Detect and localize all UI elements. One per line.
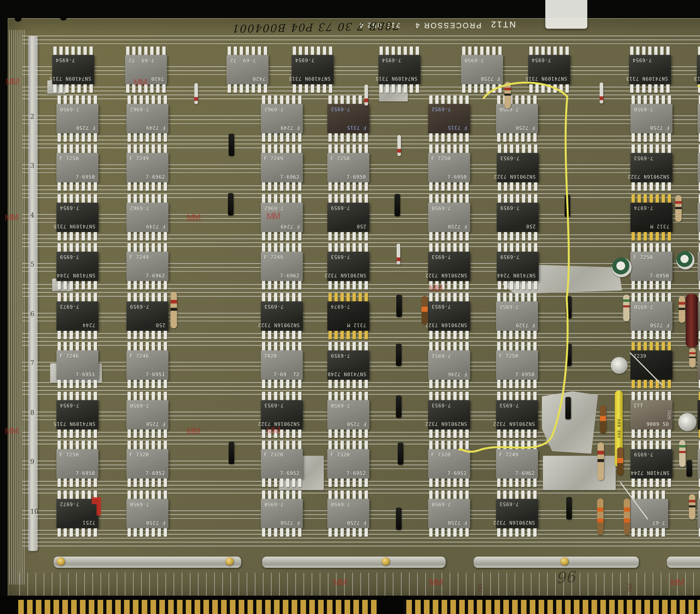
ic-label: F 72507-6950 — [633, 303, 671, 329]
diode — [228, 193, 234, 216]
ic-label: 7312 M7-6974 — [329, 303, 367, 329]
ic-chip: F 72497-6962 — [261, 145, 303, 191]
ic-pins-top — [127, 96, 167, 104]
ic-pins-bottom — [127, 479, 167, 487]
ic-body: 2507-6959 — [126, 302, 168, 331]
ic-pins-bottom — [429, 528, 469, 537]
ic-pins-top — [58, 342, 97, 351]
ic-label: F 72497-6962 — [128, 253, 166, 280]
ic-label: F 72497-6962 — [498, 451, 536, 477]
ic-pins-top — [498, 145, 538, 153]
ic-pins-top — [58, 490, 97, 499]
ic-pins-bottom — [262, 331, 302, 339]
ic-pins-top — [429, 96, 469, 104]
ic-label: SN74109N 73157-6954 — [58, 402, 97, 428]
ic-body: SN29016N 73227-6953 — [327, 252, 369, 281]
ic-marking-line1: 7251 — [83, 520, 95, 526]
ic-chip: 72517-6972 — [57, 490, 98, 537]
ic-pins-bottom — [127, 430, 167, 438]
ic-body: F 72497-6962 — [126, 153, 168, 182]
ic-pins-bottom — [429, 479, 469, 487]
ic-label: F 72497-6962 — [263, 105, 301, 132]
ic-marking-line2: 7-6954 — [60, 403, 79, 408]
ic-label: SN74109N 73137-6954 — [699, 56, 700, 83]
ic-pins-bottom — [262, 528, 302, 537]
ic-chip: F 72507-6950 — [327, 145, 369, 191]
ic-marking-line1: F 7320 — [431, 452, 451, 457]
glass-diode — [364, 85, 368, 106]
ic-label: F 72507-6950 — [463, 56, 501, 83]
glass-diode — [397, 244, 400, 265]
ic-chip: SN74109N 73137-6954 — [629, 47, 671, 93]
ic-marking-line1: F 7315 — [347, 125, 366, 131]
ic-body: F 72497-6962 — [261, 252, 303, 281]
ic-pins-bottom — [127, 528, 167, 537]
ic-pins-top — [699, 392, 700, 400]
ic-marking-line1: F 7250 — [76, 125, 95, 131]
bottom-stiffener-bar — [474, 556, 639, 568]
resistor — [689, 348, 696, 368]
ic-pins-top — [429, 145, 469, 153]
ic-body: F 72507-6950 — [698, 153, 700, 182]
ic-label: F 73207-6952 — [128, 451, 166, 477]
resistor — [675, 195, 682, 222]
ic-marking-line1: 250 — [156, 322, 165, 328]
brass-screw — [382, 557, 390, 565]
ic-pins-bottom — [632, 528, 667, 537]
ic-marking-line2: 7-6951 — [76, 372, 95, 377]
ic-marking-line1: F 7320 — [330, 452, 350, 457]
ic-marking-line1: SN29016N 7322 — [627, 174, 669, 180]
diode — [396, 344, 401, 366]
ic-body: F 72507-6950 — [496, 351, 538, 380]
ic-body: F 73157-6952 — [428, 104, 470, 133]
ic-chip: F 72507-6950 — [698, 96, 700, 142]
ic-label: SN29016N 73227-6953 — [430, 303, 468, 329]
white-plastic-tab — [545, 0, 587, 29]
ic-pins-bottom — [429, 232, 469, 241]
ic-chip: F 72497-6962 — [126, 145, 168, 191]
edge-row-number: 5 — [30, 260, 34, 268]
ic-body: F 72507-6950 — [698, 252, 700, 281]
ic-body: F 72507-6950 — [428, 153, 470, 182]
red-ink-stamp: MM — [429, 577, 442, 588]
ic-pins-top — [127, 490, 167, 499]
ic-label: SN29016N 73227-6953 — [430, 402, 468, 428]
ic-chip: ITT9009 5D7225 — [698, 293, 700, 339]
ic-chip: F 72497-6962 — [698, 194, 700, 241]
ic-pins-bottom — [699, 182, 700, 191]
resistor — [624, 499, 630, 535]
ic-chip: F 73207-6952 — [428, 441, 470, 487]
ic-marking-line2: 7-6952 — [347, 470, 366, 476]
ic-marking-line1: F 7250 — [516, 125, 535, 131]
ic-chip: 7312 M7-6974 — [630, 194, 672, 241]
red-ink-stamp: MM — [4, 212, 18, 223]
ic-marking-line2: 7-6962 — [515, 470, 535, 476]
ic-label: F 72507-6950 — [329, 402, 367, 428]
ic-body: 7312 M7-6974 — [327, 302, 369, 331]
ic-pins-top — [429, 392, 469, 400]
ic-pins-top — [228, 47, 267, 55]
ic-label: F 72507-6950 — [263, 500, 301, 527]
ic-pins-bottom — [497, 479, 537, 487]
ic-marking-line2: 7-6950 — [60, 107, 79, 112]
resistor — [623, 295, 629, 321]
ic-marking-line2: 7-6950 — [130, 403, 149, 408]
ic-label: F 72467-6951 — [128, 352, 166, 378]
ic-marking-line1: F 7250 — [448, 224, 467, 229]
ic-marking-line1: F 7246 — [129, 353, 149, 359]
ic-pins-bottom — [58, 331, 97, 339]
ic-body: F 72507-6950 — [428, 202, 470, 232]
ic-chip: 2507-6959 — [327, 194, 369, 241]
ic-chip: F 72507-6950 — [630, 96, 672, 142]
ic-chip: F 72507-6950 — [57, 145, 98, 191]
ic-chip: SN29016N 73227-6953 — [496, 392, 538, 438]
ic-marking-line2: 7-6950 — [331, 403, 350, 408]
ic-pins-bottom — [127, 232, 167, 241]
ic-pins-top — [58, 145, 97, 153]
ic-marking-line2: 7-6962 — [264, 107, 284, 112]
ic-pins-bottom — [632, 479, 671, 487]
ic-pins-top — [429, 194, 469, 202]
ic-pins-top — [497, 96, 537, 104]
ic-label: F 73157-6952 — [430, 105, 468, 132]
ic-pins-bottom — [328, 133, 368, 142]
